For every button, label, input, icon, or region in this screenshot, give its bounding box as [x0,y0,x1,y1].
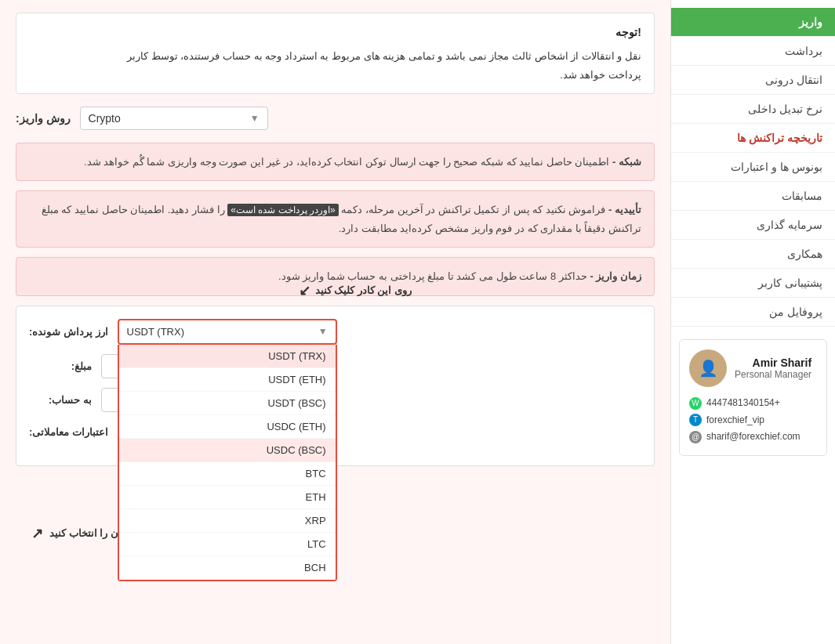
info2-text1: فراموش نکنید که پس از تکمیل تراکنش در آخ… [341,204,605,215]
currency-row: ▼ USDT (TRX) USDT (TRX) USDT (ETH) USDT … [29,319,641,345]
method-select-text: Crypto [89,112,121,125]
dropdown-item-usdt-bsc[interactable]: USDT (BSC) [119,392,336,415]
currency-dropdown-menu: USDT (TRX) USDT (ETH) USDT (BSC) USDC (E… [118,345,337,581]
main-content: !توجه نقل و انتقالات از اشخاص ثالث مجاز … [0,0,670,644]
info-panel-network: شبکه - اطمینان حاصل نمایید که شبکه صحیح … [16,143,655,181]
info2-button-label: «اوردر پرداخت شده است» [227,204,338,216]
sidebar-item-mosabeghe[interactable]: مسابقات [671,182,835,211]
info1-text: اطمینان حاصل نمایید که شبکه صحیح را جهت … [84,156,609,168]
info3-prefix: زمان واریز - [590,270,641,282]
notice-title: !توجه [29,23,641,42]
profile-info: +4447481340154 W forexchief_vip T sharif… [689,395,817,446]
method-select[interactable]: ▼ Crypto [80,107,268,130]
info3-text: حداکثر 8 ساعت طول می کشد تا مبلغ پرداختی… [278,270,587,282]
dropdown-item-btc[interactable]: BTC [119,462,336,486]
avatar: 👤 [689,349,727,387]
credits-label: اعتبارات معاملاتی: [29,426,108,438]
sidebar: واریز برداشت انتقال درونی نرخ تبدیل داخل… [670,0,835,644]
email-icon: @ [689,431,702,443]
profile-name: Amir Sharif [735,356,811,369]
currency-label: ارز پرداش شونده: [29,326,108,338]
profile-card: Amir Sharif Personal Manager 👤 +44474813… [679,339,827,456]
notice-text2: پرداخت خواهد شد. [29,66,641,84]
sidebar-item-bonus[interactable]: بونوس ها و اعتبارات [671,153,835,182]
sidebar-item-profile[interactable]: پروفایل من [671,298,835,327]
dropdown-item-xrp[interactable]: XRP [119,509,336,533]
profile-title: Personal Manager [735,369,811,380]
sidebar-item-poshtibani[interactable]: پشتیبانی کاربر [671,269,835,298]
notice-text1: نقل و انتقالات از اشخاص ثالث مجاز نمی با… [29,47,641,65]
currency-select[interactable]: ▼ USDT (TRX) [118,319,337,345]
method-label: روش واریز: [16,112,71,125]
currency-selected-text: USDT (TRX) [127,326,184,338]
amount-label: مبلغ: [29,360,92,372]
notice-box: !توجه نقل و انتقالات از اشخاص ثالث مجاز … [16,13,655,94]
dropdown-item-bch[interactable]: BCH [119,556,336,580]
dropdown-item-usdc-bsc[interactable]: USDC (BSC) [119,439,336,462]
dropdown-item-usdt-trx[interactable]: USDT (TRX) [119,345,336,368]
info-panel-confirmation: تأییدیه - فراموش نکنید که پس از تکمیل تر… [16,190,655,248]
dropdown-item-usdc-eth[interactable]: USDC (ETH) [119,415,336,439]
form-wrapper: روی این کادر کلیک کنید ↙ ▼ USDT (TRX) US… [16,306,655,466]
profile-email: sharif@forexchief.com [706,429,801,446]
sidebar-item-hamkari[interactable]: همکاری [671,240,835,269]
sidebar-item-sarmayeh[interactable]: سرمایه گذاری [671,211,835,240]
info1-prefix: شبکه - [612,156,641,168]
method-row: ▼ Crypto روش واریز: [16,107,655,130]
currency-chevron-icon: ▼ [318,326,328,337]
info2-prefix: تأییدیه - [608,204,641,215]
sidebar-item-nerkh[interactable]: نرخ تبدیل داخلی [671,95,835,124]
sidebar-item-bardasht[interactable]: برداشت [671,37,835,66]
sidebar-item-enteghal[interactable]: انتقال درونی [671,66,835,95]
chevron-down-icon: ▼ [250,113,260,124]
profile-phone: +4447481340154 [706,395,780,412]
dropdown-item-usdt-eth[interactable]: USDT (ETH) [119,368,336,392]
profile-telegram: forexchief_vip [706,412,764,429]
dropdown-item-ltc[interactable]: LTC [119,533,336,556]
click-annotation: روی این کادر کلیک کنید ↙ [299,282,412,299]
whatsapp-icon: W [689,397,702,410]
dropdown-item-eth[interactable]: ETH [119,486,336,509]
sidebar-item-variz[interactable]: واریز [671,8,835,37]
sidebar-item-tarikh[interactable]: تاریخچه تراکنش ها [671,124,835,153]
telegram-icon: T [689,414,702,426]
account-label: به حساب: [29,394,92,406]
form-section: ▼ USDT (TRX) USDT (TRX) USDT (ETH) USDT … [16,306,655,466]
currency-dropdown-container: ▼ USDT (TRX) USDT (TRX) USDT (ETH) USDT … [118,319,337,345]
